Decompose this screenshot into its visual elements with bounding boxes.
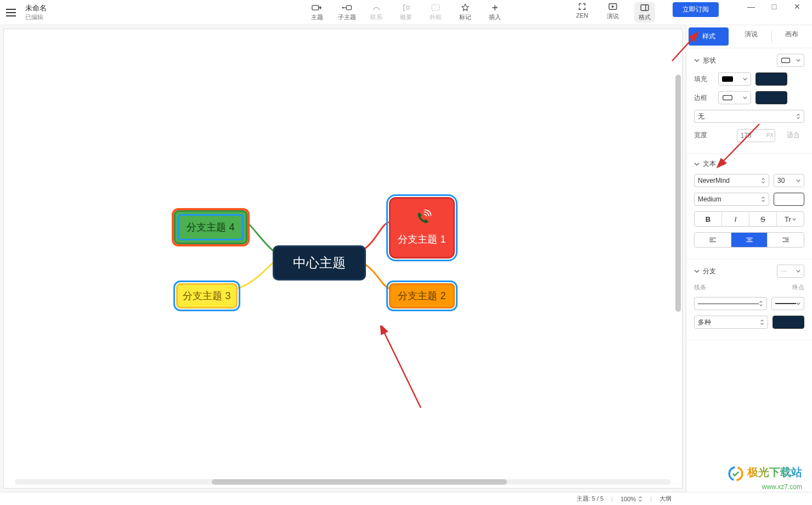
- outline-button[interactable]: 大纲: [659, 495, 672, 503]
- endpoint-select[interactable]: [771, 297, 804, 310]
- shape-select[interactable]: [777, 54, 804, 67]
- status-bar: 主题: 5 / 5 | 100% | 大纲: [0, 492, 812, 505]
- subtopic-icon: [341, 3, 352, 12]
- center-topic-node[interactable]: 中心主题: [273, 245, 366, 280]
- svg-rect-4: [432, 5, 439, 11]
- marker-button[interactable]: 标记: [456, 3, 475, 21]
- branch-topic-1-node[interactable]: 分支主题 1: [389, 197, 455, 259]
- vertical-scrollbar-thumb[interactable]: [675, 75, 681, 312]
- fill-pattern-select[interactable]: [718, 72, 751, 86]
- svg-rect-1: [346, 5, 351, 10]
- svg-rect-3: [407, 6, 409, 9]
- toolbar-center: 主题 子主题 联系 概要 外框 标记: [308, 3, 504, 21]
- chevron-down-icon: [694, 161, 700, 167]
- align-right-button[interactable]: [768, 233, 804, 247]
- svg-point-2: [342, 7, 344, 8]
- fit-width-button[interactable]: 适合: [782, 128, 804, 142]
- align-center-button[interactable]: [731, 233, 768, 247]
- shape-section: 形状 填充 边框: [686, 48, 812, 154]
- horizontal-scrollbar-thumb[interactable]: [212, 479, 507, 485]
- font-size-select[interactable]: 30: [774, 174, 804, 187]
- tab-style[interactable]: 样式: [689, 27, 729, 46]
- canvas-area[interactable]: 中心主题 分支主题 1 分支主题 2 分支主题 3 分支主题 4: [0, 25, 686, 492]
- document-title-block: 未命名 已编辑: [25, 3, 47, 21]
- present-button[interactable]: 演说: [604, 2, 622, 20]
- minimize-button[interactable]: —: [740, 0, 763, 14]
- relation-button[interactable]: 联系: [367, 3, 386, 21]
- branch-multi-select[interactable]: 多种: [694, 316, 768, 329]
- line-label: 线条: [694, 283, 706, 291]
- font-family-select[interactable]: NeverMind: [694, 174, 769, 187]
- line-style-select[interactable]: [694, 297, 767, 310]
- relation-icon: [371, 3, 382, 12]
- maximize-button[interactable]: □: [763, 0, 786, 14]
- tab-present[interactable]: 演说: [731, 25, 771, 48]
- insert-button[interactable]: 插入: [486, 3, 504, 21]
- stepper-icon: [796, 113, 800, 120]
- svg-rect-0: [312, 5, 319, 10]
- boundary-button[interactable]: 外框: [426, 3, 445, 21]
- subscribe-button[interactable]: 立即订阅: [673, 2, 719, 17]
- svg-line-8: [384, 331, 421, 408]
- strike-button[interactable]: S: [749, 212, 777, 226]
- endpoint-label: 终点: [792, 283, 804, 291]
- border-style-select[interactable]: [718, 91, 751, 104]
- topic-icon: [312, 3, 323, 12]
- chevron-down-icon: [694, 58, 700, 63]
- zoom-control[interactable]: 100%: [621, 496, 642, 502]
- shape-section-header[interactable]: 形状: [694, 54, 804, 67]
- document-status: 已编辑: [25, 13, 47, 21]
- chevron-down-icon: [694, 268, 700, 274]
- play-icon: [607, 2, 618, 11]
- font-color-picker[interactable]: [774, 193, 804, 206]
- branch-topic-4-node[interactable]: 分支主题 4: [174, 210, 247, 244]
- fill-color-picker[interactable]: [755, 72, 787, 86]
- align-left-button[interactable]: [695, 233, 731, 247]
- text-section: 文本 NeverMind 30 Medium: [686, 154, 812, 259]
- chevron-down-icon: [796, 269, 800, 273]
- text-align-group: [694, 232, 804, 248]
- format-button[interactable]: 格式: [634, 2, 655, 23]
- branch-color-picker[interactable]: [772, 316, 804, 329]
- topic-count: 主题: 5 / 5: [577, 495, 604, 503]
- font-weight-select[interactable]: Medium: [694, 193, 769, 206]
- chevron-down-icon: [796, 58, 800, 63]
- panel-icon: [639, 3, 650, 12]
- text-style-group: B I S Tr: [694, 211, 804, 227]
- text-section-header[interactable]: 文本: [694, 159, 804, 169]
- branch-topic-3-node[interactable]: 分支主题 3: [176, 283, 238, 308]
- border-line-select[interactable]: 无: [694, 110, 804, 123]
- stepper-icon: [638, 496, 642, 502]
- close-button[interactable]: ✕: [786, 0, 809, 14]
- annotation-arrow-1: [377, 326, 432, 413]
- chevron-down-icon: [796, 301, 800, 306]
- plus-icon: [489, 3, 500, 12]
- vertical-scrollbar[interactable]: [675, 40, 681, 472]
- branch-topic-2-node[interactable]: 分支主题 2: [389, 283, 455, 308]
- summary-button[interactable]: 概要: [397, 3, 415, 21]
- text-case-button[interactable]: Tr: [777, 212, 804, 226]
- branch-section-header[interactable]: 分支 ⋯: [694, 265, 804, 278]
- panel-tabs: 样式 演说 画布: [686, 25, 812, 48]
- tab-canvas[interactable]: 画布: [772, 25, 812, 48]
- italic-button[interactable]: I: [722, 212, 749, 226]
- main-topic-button[interactable]: 主题: [308, 3, 326, 21]
- chevron-down-icon: [743, 77, 747, 81]
- canvas[interactable]: 中心主题 分支主题 1 分支主题 2 分支主题 3 分支主题 4: [3, 29, 683, 489]
- zen-button[interactable]: ZEN: [573, 2, 591, 19]
- bold-button[interactable]: B: [695, 212, 722, 226]
- top-toolbar: 未命名 已编辑 主题 子主题 联系 概要 外框: [0, 0, 812, 25]
- menu-icon[interactable]: [0, 9, 22, 16]
- border-label: 边框: [694, 93, 714, 103]
- width-label: 宽度: [694, 131, 714, 140]
- border-color-picker[interactable]: [755, 91, 787, 104]
- boundary-icon: [430, 3, 441, 12]
- zen-icon: [577, 2, 588, 11]
- stepper-icon: [761, 177, 765, 184]
- chevron-down-icon: [796, 178, 800, 183]
- format-panel: 样式 演说 画布 形状: [686, 25, 812, 492]
- sub-topic-button[interactable]: 子主题: [337, 3, 356, 21]
- branch-style-select[interactable]: ⋯: [777, 265, 804, 278]
- window-controls: — □ ✕: [740, 0, 809, 14]
- horizontal-scrollbar[interactable]: [15, 479, 671, 486]
